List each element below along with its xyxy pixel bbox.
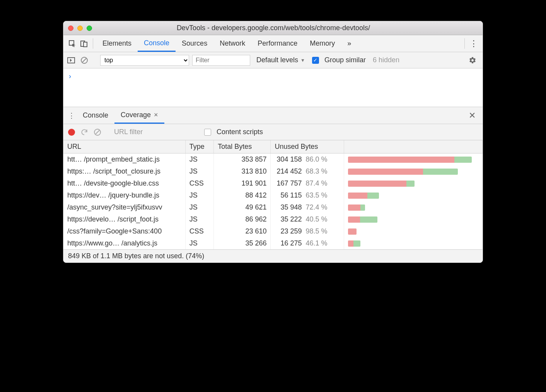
maximize-window-button[interactable] [87,26,92,31]
cell-total-bytes: 353 857 [214,153,271,166]
cell-type: JS [185,201,214,213]
console-input-area[interactable]: › [63,68,483,107]
table-row[interactable]: htt… /prompt_embed_static.jsJS353 857304… [63,153,483,166]
tab-sources[interactable]: Sources [176,35,213,52]
usage-bar-unused [348,157,454,163]
console-filter-input[interactable] [192,55,250,66]
console-settings-icon[interactable] [466,56,479,64]
cell-url: https:… /script_foot_closure.js [63,165,185,177]
reload-icon[interactable] [80,128,88,136]
col-url[interactable]: URL [63,140,185,153]
drawer-more-icon[interactable]: ⋮ [67,107,77,124]
tab-memory[interactable]: Memory [304,35,341,52]
more-menu-icon[interactable]: ⋮ [468,35,479,52]
usage-bar [348,181,415,187]
cell-usage-bar [344,225,482,237]
drawer-close-button[interactable]: ✕ [465,107,479,124]
record-button[interactable] [68,129,75,136]
table-row[interactable]: https://develo… /script_foot.jsJS86 9623… [63,213,483,225]
inspect-element-icon[interactable] [67,35,78,52]
col-unused[interactable]: Unused Bytes [271,140,344,153]
coverage-table-header: URL Type Total Bytes Unused Bytes [63,140,483,153]
table-row[interactable]: /css?family=Google+Sans:400CSS23 61023 2… [63,225,483,237]
content-scripts-checkbox[interactable] [204,129,211,136]
log-levels-selector[interactable]: Default levels ▼ [253,56,305,64]
col-bar [344,140,482,153]
usage-bar [348,169,458,175]
cell-usage-bar [344,237,482,249]
device-toolbar-icon[interactable] [78,35,90,52]
cell-url: htt… /devsite-google-blue.css [63,177,185,189]
svg-rect-2 [84,42,87,47]
execution-context-icon[interactable] [67,57,77,63]
table-row[interactable]: /async_survey?site=ylj5ifxusvvJS49 62135… [63,201,483,213]
unused-percent: 46.1 % [305,239,327,247]
usage-bar [348,240,360,247]
window-title: DevTools - developers.google.com/web/too… [92,24,478,32]
cell-unused-bytes: 56 11563.5 % [271,189,344,201]
drawer-tab-close-icon[interactable]: × [154,111,158,119]
table-row[interactable]: https://www.go… /analytics.jsJS35 26616 … [63,237,483,249]
unused-percent: 68.3 % [305,167,327,176]
unused-bytes-value: 35 222 [275,215,302,223]
table-row[interactable]: htt… /devsite-google-blue.cssCSS191 9011… [63,177,483,189]
drawer-tab-label: Coverage [121,111,151,119]
dropdown-triangle-icon: ▼ [300,58,305,63]
col-total[interactable]: Total Bytes [214,140,271,153]
cell-type: JS [185,153,214,166]
usage-bar [348,157,472,163]
unused-percent: 63.5 % [305,191,327,199]
tabs-overflow[interactable]: » [341,35,357,52]
cell-type: CSS [185,225,214,237]
col-type[interactable]: Type [185,140,214,153]
usage-bar-used [360,216,378,223]
unused-bytes-value: 167 757 [275,179,302,187]
usage-bar-used [406,181,415,187]
usage-bar-unused [348,216,360,223]
cell-unused-bytes: 35 22240.5 % [271,213,344,225]
usage-bar-used [353,240,360,247]
minimize-window-button[interactable] [77,26,83,31]
drawer-tab-coverage[interactable]: Coverage× [114,107,164,124]
group-similar-checkbox[interactable]: ✓ [312,57,319,64]
usage-bar-unused [348,181,406,187]
drawer-tabs: ⋮ ConsoleCoverage× ✕ [63,107,483,124]
usage-bar-used [423,169,458,175]
unused-bytes-value: 304 158 [275,155,302,164]
traffic-lights [68,26,92,31]
cell-url: https://www.go… /analytics.js [63,237,185,249]
hidden-count[interactable]: 6 hidden [373,56,399,64]
coverage-table: URL Type Total Bytes Unused Bytes htt… /… [63,140,483,249]
close-window-button[interactable] [68,26,73,31]
table-row[interactable]: https:… /script_foot_closure.jsJS313 810… [63,165,483,177]
cell-usage-bar [344,165,482,177]
svg-line-7 [96,130,99,134]
table-row[interactable]: https://dev… /jquery-bundle.jsJS88 41256… [63,189,483,201]
drawer-tab-console[interactable]: Console [77,107,114,124]
coverage-summary: 849 KB of 1.1 MB bytes are not used. (74… [63,249,483,262]
svg-line-5 [82,58,86,62]
unused-percent: 87.4 % [305,179,327,187]
usage-bar-used [360,205,365,211]
cell-unused-bytes: 23 25998.5 % [271,225,344,237]
context-selector[interactable]: top [100,55,189,66]
clear-coverage-icon[interactable] [94,128,101,136]
main-tabs: ElementsConsoleSourcesNetworkPerformance… [63,35,483,52]
cell-url: https://develo… /script_foot.js [63,213,185,225]
tab-elements[interactable]: Elements [96,35,138,52]
usage-bar [348,193,379,199]
clear-console-icon[interactable] [80,56,90,64]
cell-unused-bytes: 35 94872.4 % [271,201,344,213]
tab-network[interactable]: Network [213,35,251,52]
console-toolbar: top Default levels ▼ ✓ Group similar 6 h… [63,52,483,68]
usage-bar-used [454,157,472,163]
content-scripts-label: Content scripts [217,128,263,136]
cell-total-bytes: 35 266 [214,237,271,249]
tab-performance[interactable]: Performance [251,35,304,52]
cell-usage-bar [344,189,482,201]
unused-percent: 86.0 % [305,155,327,164]
url-filter-input[interactable] [114,128,191,136]
coverage-toolbar: Content scripts [63,124,483,140]
tab-console[interactable]: Console [138,35,176,52]
console-prompt-icon: › [69,72,71,80]
